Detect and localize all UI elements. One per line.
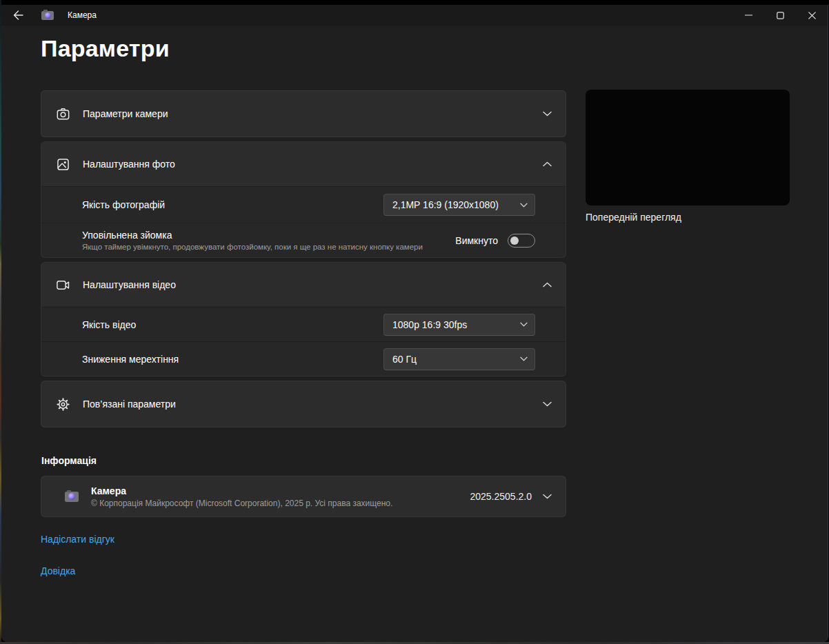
expander-video-settings-header[interactable]: Налаштування відео xyxy=(41,263,566,307)
card-label: Параметри камери xyxy=(83,108,168,119)
time-lapse-description: Якщо таймер увімкнуто, продовжувати фото… xyxy=(82,243,423,251)
app-name: Камера xyxy=(91,485,392,496)
photo-quality-dropdown[interactable]: 2,1MP 16:9 (1920x1080) xyxy=(383,194,535,216)
toggle-knob xyxy=(510,237,519,245)
camera-app-icon xyxy=(41,11,54,20)
camera-preview xyxy=(586,90,790,205)
expander-related-settings[interactable]: Пов’язані параметри xyxy=(41,381,566,427)
copyright-text: © Корпорація Майкрософт (Microsoft Corpo… xyxy=(91,499,392,508)
camera-app-window: Камера Параметри xyxy=(1,5,828,642)
help-link[interactable]: Довідка xyxy=(41,565,75,576)
time-lapse-toggle[interactable] xyxy=(508,234,535,248)
flicker-reduction-row: Зниження мерехтіння 60 Гц xyxy=(41,341,566,376)
maximize-icon xyxy=(777,12,784,19)
close-icon xyxy=(808,12,816,19)
chevron-down-icon xyxy=(520,203,528,208)
photo-quality-label: Якість фотографій xyxy=(82,199,165,210)
flicker-reduction-label: Зниження мерехтіння xyxy=(82,354,179,365)
chevron-down-icon xyxy=(543,111,552,117)
minimize-icon xyxy=(745,14,752,16)
chevron-up-icon xyxy=(543,161,552,167)
preview-label: Попередній перегляд xyxy=(586,212,681,223)
chevron-down-icon xyxy=(543,494,552,499)
card-label: Налаштування фото xyxy=(83,159,175,170)
info-section-heading: Інформація xyxy=(41,455,566,466)
video-quality-row: Якість відео 1080p 16:9 30fps xyxy=(41,307,566,341)
time-lapse-row: Уповільнена зйомка Якщо таймер увімкнуто… xyxy=(41,223,566,257)
photo-icon xyxy=(55,157,70,172)
chevron-up-icon xyxy=(543,282,552,288)
back-arrow-icon xyxy=(13,10,23,20)
time-lapse-label: Уповільнена зйомка xyxy=(82,230,423,241)
expander-camera-settings[interactable]: Параметри камери xyxy=(41,90,566,137)
card-label: Пов’язані параметри xyxy=(83,399,176,410)
titlebar: Камера xyxy=(1,5,828,26)
toggle-state-label: Вимкнуто xyxy=(455,235,498,246)
app-title: Камера xyxy=(68,10,97,20)
chevron-down-icon xyxy=(520,356,528,361)
close-button[interactable] xyxy=(796,5,828,26)
card-label: Налаштування відео xyxy=(83,279,176,290)
camera-app-icon xyxy=(65,492,79,502)
video-quality-label: Якість відео xyxy=(82,319,136,330)
settings-column: Параметри камери Налаштування фото Якіст… xyxy=(41,90,566,576)
flicker-reduction-dropdown[interactable]: 60 Гц xyxy=(383,348,535,370)
expander-photo-settings: Налаштування фото Якість фотографій 2,1M… xyxy=(41,141,566,258)
video-quality-value: 1080p 16:9 30fps xyxy=(392,319,520,330)
gear-icon xyxy=(55,396,70,412)
photo-quality-value: 2,1MP 16:9 (1920x1080) xyxy=(392,199,520,210)
video-camera-icon xyxy=(55,277,70,292)
maximize-button[interactable] xyxy=(764,5,796,26)
expander-video-settings: Налаштування відео Якість відео 1080p 16… xyxy=(41,262,566,376)
minimize-button[interactable] xyxy=(732,5,764,26)
about-app-card[interactable]: Камера © Корпорація Майкрософт (Microsof… xyxy=(41,476,566,517)
chevron-down-icon xyxy=(520,322,528,327)
back-button[interactable] xyxy=(4,5,32,26)
window-controls xyxy=(732,5,828,26)
page-title: Параметри xyxy=(41,35,170,62)
send-feedback-link[interactable]: Надіслати відгук xyxy=(41,534,114,545)
camera-outline-icon xyxy=(55,106,70,121)
photo-quality-row: Якість фотографій 2,1MP 16:9 (1920x1080) xyxy=(41,186,566,223)
video-quality-dropdown[interactable]: 1080p 16:9 30fps xyxy=(383,314,535,336)
expander-photo-settings-header[interactable]: Налаштування фото xyxy=(41,142,566,186)
flicker-reduction-value: 60 Гц xyxy=(392,354,520,365)
app-version: 2025.2505.2.0 xyxy=(470,491,532,502)
chevron-down-icon xyxy=(543,401,552,407)
